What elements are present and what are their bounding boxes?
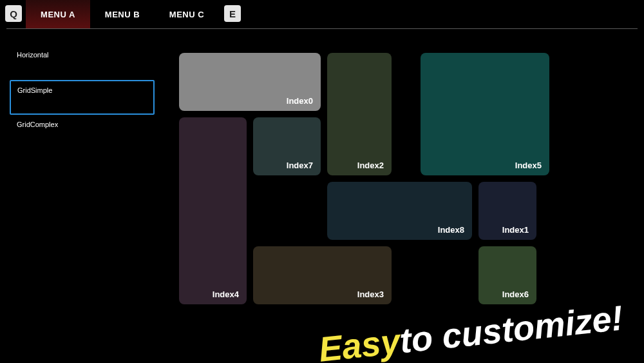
grid-tile-index7[interactable]: Index7 <box>253 117 321 175</box>
sidebar-item-gridsimple[interactable]: GridSimple <box>10 80 155 115</box>
grid-tile-index3[interactable]: Index3 <box>253 246 392 304</box>
grid-tile-label: Index6 <box>502 289 529 299</box>
grid-tile-label: Index2 <box>357 161 384 170</box>
key-e-button[interactable]: E <box>224 5 241 22</box>
grid-tile-label: Index4 <box>213 289 239 299</box>
grid-tile-label: Index5 <box>515 161 542 170</box>
sidebar-item-horizontal[interactable]: Horizontal <box>10 45 155 80</box>
top-menu-bar: Q MENU A MENU B MENU C E <box>0 0 644 28</box>
grid-tile-label: Index8 <box>438 225 464 235</box>
grid-tile-label: Index3 <box>357 289 384 299</box>
key-q-button[interactable]: Q <box>5 5 22 22</box>
menu-tab-a[interactable]: MENU A <box>26 0 90 28</box>
grid-tile-index5[interactable]: Index5 <box>421 53 549 175</box>
sidebar-item-label: GridComplex <box>17 121 58 128</box>
grid-tile-label: Index1 <box>502 225 529 235</box>
grid-tile-index4[interactable]: Index4 <box>179 117 247 304</box>
menu-tab-b[interactable]: MENU B <box>90 0 155 28</box>
sidebar: Horizontal GridSimple GridComplex <box>10 45 155 150</box>
tile-grid: Index0Index7Index2Index5Index4Index8Inde… <box>179 53 553 324</box>
top-divider <box>6 28 638 29</box>
sidebar-item-label: GridSimple <box>17 86 52 94</box>
grid-tile-index6[interactable]: Index6 <box>478 246 536 304</box>
grid-tile-index1[interactable]: Index1 <box>478 182 536 240</box>
grid-tile-index0[interactable]: Index0 <box>179 53 321 111</box>
menu-tab-c[interactable]: MENU C <box>155 0 219 28</box>
sidebar-item-gridcomplex[interactable]: GridComplex <box>10 115 155 150</box>
sidebar-item-label: Horizontal <box>17 51 49 59</box>
promo-overlay-accent: Easy <box>317 321 402 363</box>
app-root: Q MENU A MENU B MENU C E Horizontal Grid… <box>0 0 644 363</box>
grid-tile-index8[interactable]: Index8 <box>327 182 472 240</box>
grid-tile-label: Index0 <box>287 96 313 106</box>
grid-tile-label: Index7 <box>287 161 313 170</box>
grid-tile-index2[interactable]: Index2 <box>327 53 392 175</box>
